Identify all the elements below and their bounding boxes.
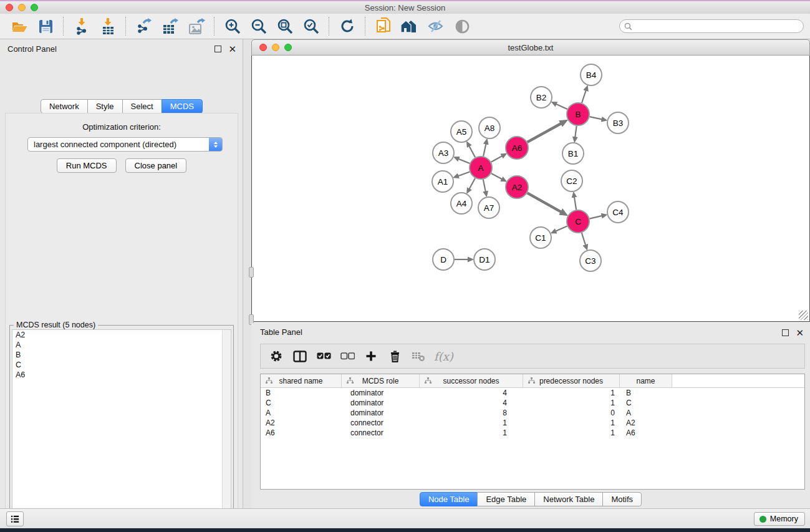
zoom-fit-button[interactable] <box>272 15 298 37</box>
table-cell[interactable]: dominator <box>342 388 420 398</box>
table-cell[interactable]: A <box>261 408 342 418</box>
delete-table-button[interactable] <box>407 346 430 367</box>
tab-motifs[interactable]: Motifs <box>602 492 642 506</box>
float-panel-icon[interactable] <box>215 46 221 52</box>
tab-node-table[interactable]: Node Table <box>420 492 478 506</box>
table-cell[interactable]: 1 <box>523 388 620 398</box>
tab-network-table[interactable]: Network Table <box>534 492 603 506</box>
graph-edge-C-C4[interactable] <box>589 216 602 219</box>
graph-node-B[interactable]: B <box>567 103 589 125</box>
result-item[interactable]: A2 <box>12 330 231 340</box>
column-header-successor-nodes[interactable]: successor nodes <box>420 374 523 387</box>
zoom-window-icon[interactable] <box>31 4 38 11</box>
graph-node-A4[interactable]: A4 <box>451 193 472 214</box>
tab-select[interactable]: Select <box>122 99 162 114</box>
table-cell[interactable]: dominator <box>342 408 420 418</box>
save-session-button[interactable] <box>32 15 59 37</box>
table-cell[interactable]: B <box>261 388 342 398</box>
table-cell[interactable]: dominator <box>342 398 420 408</box>
table-cell[interactable]: A6 <box>261 428 342 438</box>
zoom-selected-button[interactable] <box>298 15 324 37</box>
search-input[interactable] <box>632 22 803 31</box>
network-graph[interactable]: B4B2BB3A8A5A6A3B1AA1C2A2A4A7C4CC1C3DD1 <box>252 56 809 321</box>
graph-node-C4[interactable]: C4 <box>607 201 629 223</box>
import-network-button[interactable] <box>69 15 95 37</box>
graph-edge-A-A8[interactable] <box>483 143 486 156</box>
table-cell[interactable]: 4 <box>420 388 523 398</box>
table-row[interactable]: A6connector11A6 <box>261 428 804 438</box>
table-cell[interactable]: 1 <box>523 398 620 408</box>
graph-edge-A6-B[interactable] <box>528 123 561 142</box>
table-settings-button[interactable] <box>264 346 288 367</box>
table-cell[interactable]: 0 <box>523 408 620 418</box>
result-scrollbar[interactable] <box>222 330 231 532</box>
graph-node-A8[interactable]: A8 <box>479 117 500 138</box>
table-cell[interactable]: 8 <box>420 408 523 418</box>
task-history-button[interactable] <box>6 511 24 526</box>
graph-node-B2[interactable]: B2 <box>531 87 552 108</box>
graph-edge-A-A5[interactable] <box>469 146 475 157</box>
graph-node-A1[interactable]: A1 <box>432 171 453 192</box>
add-column-button[interactable] <box>359 346 383 367</box>
graph-node-A5[interactable]: A5 <box>451 121 472 142</box>
open-file-button[interactable] <box>6 15 32 37</box>
column-header-shared-name[interactable]: shared name <box>261 374 342 387</box>
graph-node-B4[interactable]: B4 <box>581 64 602 85</box>
network-canvas[interactable]: B4B2BB3A8A5A6A3B1AA1C2A2A4A7C4CC1C3DD1 <box>251 56 810 322</box>
clone-network-button[interactable] <box>370 15 397 37</box>
close-panel-icon[interactable]: ✕ <box>228 44 236 54</box>
close-window-icon[interactable] <box>6 4 13 11</box>
table-cell[interactable]: C <box>261 398 342 408</box>
show-all-networks-button[interactable] <box>397 15 423 37</box>
result-item[interactable]: A <box>12 340 231 350</box>
export-table-button[interactable] <box>157 15 183 37</box>
graph-edge-A-A4[interactable] <box>469 178 475 189</box>
result-item[interactable]: A6 <box>12 370 231 380</box>
result-item[interactable]: B <box>12 350 231 360</box>
column-header-name[interactable]: name <box>620 374 672 387</box>
table-cell[interactable]: B <box>620 388 672 398</box>
zoom-out-button[interactable] <box>246 15 272 37</box>
table-cell[interactable]: 1 <box>420 428 523 438</box>
search-box[interactable] <box>619 19 804 33</box>
tab-mcds[interactable]: MCDS <box>162 99 203 114</box>
graph-edge-C-C2[interactable] <box>574 197 576 210</box>
zoom-in-button[interactable] <box>219 15 246 37</box>
graph-node-C3[interactable]: C3 <box>580 250 601 271</box>
result-item[interactable]: C <box>12 360 231 370</box>
graph-node-A2[interactable]: A2 <box>506 176 528 198</box>
close-network-icon[interactable] <box>259 44 267 51</box>
graph-node-A3[interactable]: A3 <box>433 142 454 163</box>
graph-node-A[interactable]: A <box>470 157 492 179</box>
delete-column-button[interactable] <box>383 346 407 367</box>
graph-edge-A-A2[interactable] <box>491 173 502 179</box>
graph-node-A7[interactable]: A7 <box>478 197 499 218</box>
export-image-button[interactable] <box>183 15 210 37</box>
table-cell[interactable]: 1 <box>523 428 620 438</box>
graph-node-C[interactable]: C <box>567 210 589 233</box>
graph-node-D[interactable]: D <box>433 249 454 270</box>
graph-node-D1[interactable]: D1 <box>474 249 495 270</box>
select-all-columns-button[interactable] <box>312 346 335 367</box>
tab-edge-table[interactable]: Edge Table <box>477 492 535 506</box>
zoom-network-icon[interactable] <box>284 44 292 51</box>
show-panel-button[interactable] <box>449 15 475 37</box>
table-cell[interactable]: connector <box>342 418 420 428</box>
table-cell[interactable]: A <box>620 408 672 418</box>
table-cell[interactable]: A2 <box>261 418 342 428</box>
graph-edge-A2-C[interactable] <box>528 193 561 212</box>
mcds-result-list[interactable]: A2ABCA6 <box>12 329 231 532</box>
network-window-titlebar[interactable]: testGlobe.txt <box>251 39 810 56</box>
import-table-button[interactable] <box>95 15 121 37</box>
close-table-panel-icon[interactable]: ✕ <box>796 328 804 337</box>
minimize-window-icon[interactable] <box>18 4 26 11</box>
close-panel-button[interactable]: Close panel <box>125 158 187 173</box>
table-cell[interactable]: A2 <box>620 418 672 428</box>
table-row[interactable]: Bdominator41B <box>261 388 804 398</box>
graph-node-A6[interactable]: A6 <box>506 137 528 159</box>
column-header-MCDS-role[interactable]: MCDS role <box>342 374 420 387</box>
minimize-network-icon[interactable] <box>272 44 279 51</box>
deselect-all-columns-button[interactable] <box>335 346 359 367</box>
refresh-button[interactable] <box>334 15 360 37</box>
graph-edge-A-A7[interactable] <box>483 180 486 192</box>
